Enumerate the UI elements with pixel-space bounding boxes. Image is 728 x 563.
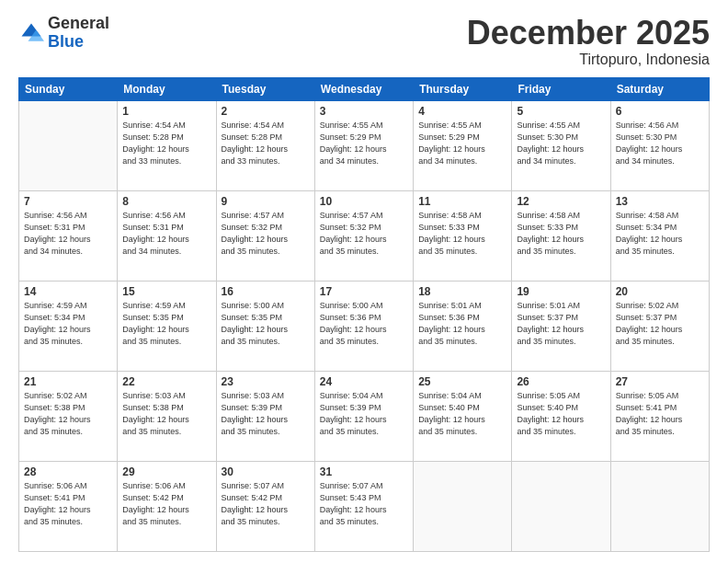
calendar-cell: 25Sunrise: 5:04 AM Sunset: 5:40 PM Dayli… — [414, 371, 512, 461]
day-number: 11 — [418, 195, 506, 208]
day-number: 5 — [517, 105, 605, 118]
calendar-cell: 24Sunrise: 5:04 AM Sunset: 5:39 PM Dayli… — [314, 371, 413, 461]
day-number: 23 — [222, 375, 310, 388]
day-info: Sunrise: 4:56 AM Sunset: 5:31 PM Dayligh… — [122, 210, 210, 258]
day-number: 22 — [122, 375, 210, 388]
day-info: Sunrise: 5:02 AM Sunset: 5:37 PM Dayligh… — [616, 300, 704, 348]
day-info: Sunrise: 4:55 AM Sunset: 5:29 PM Dayligh… — [320, 120, 408, 167]
day-number: 4 — [418, 105, 506, 118]
day-number: 31 — [320, 465, 408, 478]
day-info: Sunrise: 5:05 AM Sunset: 5:40 PM Dayligh… — [517, 390, 605, 438]
day-info: Sunrise: 4:58 AM Sunset: 5:34 PM Dayligh… — [616, 210, 704, 258]
day-info: Sunrise: 5:05 AM Sunset: 5:41 PM Dayligh… — [616, 390, 704, 438]
day-info: Sunrise: 4:56 AM Sunset: 5:31 PM Dayligh… — [24, 210, 112, 258]
day-info: Sunrise: 4:57 AM Sunset: 5:32 PM Dayligh… — [222, 210, 310, 258]
week-row-1: 7Sunrise: 4:56 AM Sunset: 5:31 PM Daylig… — [19, 190, 710, 281]
header-tuesday: Tuesday — [216, 77, 314, 100]
header: General Blue December 2025 Tirtopuro, In… — [18, 15, 710, 68]
day-info: Sunrise: 5:00 AM Sunset: 5:35 PM Dayligh… — [222, 300, 310, 348]
calendar-cell: 26Sunrise: 5:05 AM Sunset: 5:40 PM Dayli… — [512, 371, 610, 461]
day-info: Sunrise: 4:54 AM Sunset: 5:28 PM Dayligh… — [122, 120, 210, 167]
calendar-cell: 2Sunrise: 4:54 AM Sunset: 5:28 PM Daylig… — [216, 100, 314, 190]
calendar-cell — [512, 461, 610, 551]
day-info: Sunrise: 4:58 AM Sunset: 5:33 PM Dayligh… — [517, 210, 605, 258]
title-location: Tirtopuro, Indonesia — [467, 52, 710, 68]
calendar-cell: 28Sunrise: 5:06 AM Sunset: 5:41 PM Dayli… — [19, 461, 118, 551]
calendar-cell: 3Sunrise: 4:55 AM Sunset: 5:29 PM Daylig… — [314, 100, 413, 190]
day-info: Sunrise: 5:01 AM Sunset: 5:36 PM Dayligh… — [418, 300, 506, 348]
day-number: 16 — [222, 285, 310, 298]
day-number: 1 — [122, 105, 210, 118]
calendar-cell: 9Sunrise: 4:57 AM Sunset: 5:32 PM Daylig… — [216, 190, 314, 281]
day-info: Sunrise: 5:02 AM Sunset: 5:38 PM Dayligh… — [24, 390, 112, 438]
header-saturday: Saturday — [610, 77, 709, 100]
calendar-cell: 30Sunrise: 5:07 AM Sunset: 5:42 PM Dayli… — [216, 461, 314, 551]
calendar-cell: 19Sunrise: 5:01 AM Sunset: 5:37 PM Dayli… — [512, 281, 610, 371]
day-number: 14 — [24, 285, 112, 298]
calendar-cell: 20Sunrise: 5:02 AM Sunset: 5:37 PM Dayli… — [610, 281, 709, 371]
day-info: Sunrise: 4:59 AM Sunset: 5:35 PM Dayligh… — [122, 300, 210, 348]
day-info: Sunrise: 4:55 AM Sunset: 5:29 PM Dayligh… — [418, 120, 506, 167]
day-number: 26 — [517, 375, 605, 388]
day-number: 15 — [122, 285, 210, 298]
day-info: Sunrise: 5:07 AM Sunset: 5:42 PM Dayligh… — [222, 480, 310, 528]
day-info: Sunrise: 5:06 AM Sunset: 5:41 PM Dayligh… — [24, 480, 112, 528]
calendar-cell — [414, 461, 512, 551]
calendar-cell: 5Sunrise: 4:55 AM Sunset: 5:30 PM Daylig… — [512, 100, 610, 190]
calendar-cell — [19, 100, 118, 190]
day-number: 21 — [24, 375, 112, 388]
day-info: Sunrise: 5:03 AM Sunset: 5:39 PM Dayligh… — [222, 390, 310, 438]
day-number: 27 — [616, 375, 704, 388]
day-info: Sunrise: 4:54 AM Sunset: 5:28 PM Dayligh… — [222, 120, 310, 167]
calendar-cell — [610, 461, 709, 551]
logo: General Blue — [18, 15, 109, 52]
day-info: Sunrise: 5:06 AM Sunset: 5:42 PM Dayligh… — [122, 480, 210, 528]
day-number: 24 — [320, 375, 408, 388]
calendar-cell: 18Sunrise: 5:01 AM Sunset: 5:36 PM Dayli… — [414, 281, 512, 371]
calendar-cell: 14Sunrise: 4:59 AM Sunset: 5:34 PM Dayli… — [19, 281, 118, 371]
header-sunday: Sunday — [19, 77, 118, 100]
day-number: 17 — [320, 285, 408, 298]
day-info: Sunrise: 4:58 AM Sunset: 5:33 PM Dayligh… — [418, 210, 506, 258]
day-info: Sunrise: 5:03 AM Sunset: 5:38 PM Dayligh… — [122, 390, 210, 438]
day-number: 8 — [122, 195, 210, 208]
day-info: Sunrise: 4:57 AM Sunset: 5:32 PM Dayligh… — [320, 210, 408, 258]
day-number: 30 — [222, 465, 310, 478]
calendar-cell: 11Sunrise: 4:58 AM Sunset: 5:33 PM Dayli… — [414, 190, 512, 281]
calendar-cell: 4Sunrise: 4:55 AM Sunset: 5:29 PM Daylig… — [414, 100, 512, 190]
header-friday: Friday — [512, 77, 610, 100]
day-number: 9 — [222, 195, 310, 208]
day-info: Sunrise: 4:59 AM Sunset: 5:34 PM Dayligh… — [24, 300, 112, 348]
calendar-cell: 7Sunrise: 4:56 AM Sunset: 5:31 PM Daylig… — [19, 190, 118, 281]
day-number: 18 — [418, 285, 506, 298]
calendar-cell: 13Sunrise: 4:58 AM Sunset: 5:34 PM Dayli… — [610, 190, 709, 281]
day-number: 19 — [517, 285, 605, 298]
day-number: 3 — [320, 105, 408, 118]
week-row-4: 28Sunrise: 5:06 AM Sunset: 5:41 PM Dayli… — [19, 461, 710, 551]
day-info: Sunrise: 5:04 AM Sunset: 5:40 PM Dayligh… — [418, 390, 506, 438]
calendar-cell: 22Sunrise: 5:03 AM Sunset: 5:38 PM Dayli… — [118, 371, 216, 461]
header-wednesday: Wednesday — [314, 77, 413, 100]
day-info: Sunrise: 5:01 AM Sunset: 5:37 PM Dayligh… — [517, 300, 605, 348]
day-number: 2 — [222, 105, 310, 118]
day-number: 6 — [616, 105, 704, 118]
day-info: Sunrise: 5:07 AM Sunset: 5:43 PM Dayligh… — [320, 480, 408, 528]
calendar-cell: 6Sunrise: 4:56 AM Sunset: 5:30 PM Daylig… — [610, 100, 709, 190]
day-number: 13 — [616, 195, 704, 208]
day-info: Sunrise: 5:00 AM Sunset: 5:36 PM Dayligh… — [320, 300, 408, 348]
day-number: 12 — [517, 195, 605, 208]
title-block: December 2025 Tirtopuro, Indonesia — [467, 15, 710, 68]
day-number: 28 — [24, 465, 112, 478]
day-info: Sunrise: 4:55 AM Sunset: 5:30 PM Dayligh… — [517, 120, 605, 167]
calendar-cell: 16Sunrise: 5:00 AM Sunset: 5:35 PM Dayli… — [216, 281, 314, 371]
calendar-cell: 10Sunrise: 4:57 AM Sunset: 5:32 PM Dayli… — [314, 190, 413, 281]
calendar-table: Sunday Monday Tuesday Wednesday Thursday… — [18, 77, 710, 552]
calendar-cell: 23Sunrise: 5:03 AM Sunset: 5:39 PM Dayli… — [216, 371, 314, 461]
calendar-cell: 17Sunrise: 5:00 AM Sunset: 5:36 PM Dayli… — [314, 281, 413, 371]
header-thursday: Thursday — [414, 77, 512, 100]
calendar-cell: 8Sunrise: 4:56 AM Sunset: 5:31 PM Daylig… — [118, 190, 216, 281]
calendar-cell: 15Sunrise: 4:59 AM Sunset: 5:35 PM Dayli… — [118, 281, 216, 371]
day-number: 10 — [320, 195, 408, 208]
calendar-cell: 21Sunrise: 5:02 AM Sunset: 5:38 PM Dayli… — [19, 371, 118, 461]
logo-text: General Blue — [48, 15, 109, 52]
